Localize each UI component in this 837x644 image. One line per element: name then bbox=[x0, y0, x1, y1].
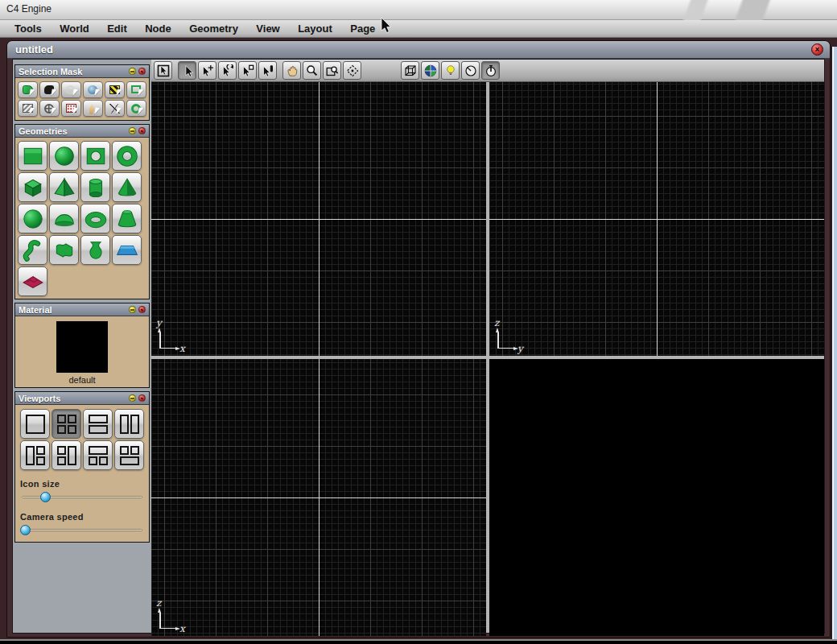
menu-geometry[interactable]: Geometry bbox=[182, 20, 245, 37]
mask-trigger-button[interactable] bbox=[105, 81, 125, 98]
window-titlebar[interactable]: untitled × bbox=[7, 41, 830, 59]
layout-single-button[interactable] bbox=[20, 409, 50, 439]
rotate-icon bbox=[221, 64, 234, 77]
mask-model-button[interactable] bbox=[39, 81, 60, 98]
mask-effect-button[interactable] bbox=[83, 100, 103, 117]
layout-quad-button[interactable] bbox=[52, 409, 81, 439]
resize-icon bbox=[241, 64, 254, 77]
geometry-tube-button[interactable] bbox=[18, 235, 47, 265]
mask-space-button[interactable] bbox=[83, 81, 103, 98]
menu-edit[interactable]: Edit bbox=[100, 20, 134, 37]
minimize-icon[interactable] bbox=[129, 306, 136, 313]
close-icon[interactable] bbox=[138, 127, 146, 134]
camera-speed-slider[interactable] bbox=[20, 524, 144, 536]
pan-tool-button[interactable] bbox=[282, 61, 301, 80]
geometry-torus-button[interactable] bbox=[80, 204, 110, 233]
select-tool-button[interactable] bbox=[178, 61, 196, 80]
revolution-icon bbox=[84, 238, 108, 262]
layout-split-top-pane-bottom-button[interactable] bbox=[114, 440, 144, 470]
extrusion-icon bbox=[52, 238, 76, 262]
mask-instance-button[interactable] bbox=[105, 100, 125, 117]
menu-view[interactable]: View bbox=[249, 20, 287, 37]
menu-world[interactable]: World bbox=[52, 20, 97, 37]
minimize-icon[interactable] bbox=[129, 394, 136, 402]
layout-pane-top-split-bottom-button[interactable] bbox=[83, 440, 113, 470]
close-icon[interactable] bbox=[138, 394, 146, 402]
viewport-region: y x z y bbox=[151, 60, 824, 633]
move-tool-button[interactable] bbox=[198, 61, 216, 80]
geometry-water-plane-button[interactable] bbox=[112, 235, 142, 265]
close-icon[interactable] bbox=[138, 68, 146, 75]
close-icon[interactable] bbox=[138, 306, 146, 313]
material-name: default bbox=[15, 375, 149, 385]
rotate-tool-button[interactable] bbox=[218, 61, 237, 80]
geometries-titlebar[interactable]: Geometries bbox=[15, 125, 149, 138]
menu-layout[interactable]: Layout bbox=[291, 20, 340, 37]
icon-size-label: Icon size bbox=[20, 479, 144, 489]
geometry-extrusion-button[interactable] bbox=[49, 235, 79, 265]
cursor-icon bbox=[94, 89, 100, 97]
viewport-bottom-left[interactable]: z x bbox=[151, 359, 486, 636]
icon-size-thumb[interactable] bbox=[40, 492, 51, 502]
hand-icon bbox=[286, 64, 299, 77]
geometry-hole-plate-button[interactable] bbox=[80, 141, 110, 171]
geometry-annulus-button[interactable] bbox=[112, 141, 142, 171]
frame-all-icon bbox=[346, 64, 359, 77]
layout-split-left-pane-right-button[interactable] bbox=[52, 440, 81, 470]
layout-two-columns-button[interactable] bbox=[114, 409, 144, 439]
geometry-sphere-button[interactable] bbox=[18, 204, 47, 233]
mask-emitter-button[interactable] bbox=[61, 100, 81, 117]
geometry-truncated-cone-button[interactable] bbox=[112, 204, 142, 233]
scale-tool-button[interactable] bbox=[258, 61, 277, 80]
minimize-icon[interactable] bbox=[129, 127, 136, 134]
geometry-dome-button[interactable] bbox=[49, 204, 79, 233]
camera-speed-thumb[interactable] bbox=[20, 525, 31, 535]
geometry-revolution-button[interactable] bbox=[80, 235, 110, 265]
frame-all-tool-button[interactable] bbox=[343, 61, 361, 80]
viewport-top-left[interactable]: y x bbox=[151, 82, 486, 356]
selection-mask-panel: Selection Mask bbox=[14, 64, 150, 121]
geometry-plate-button[interactable] bbox=[18, 141, 47, 171]
titlebar-gloss bbox=[499, 0, 837, 20]
backface-view-button[interactable] bbox=[461, 61, 480, 80]
cylinder-icon bbox=[84, 175, 108, 200]
menu-tools[interactable]: Tools bbox=[7, 20, 49, 37]
geometry-terrain-plane-button[interactable] bbox=[18, 266, 47, 296]
wireframe-view-button[interactable] bbox=[401, 61, 419, 80]
material-titlebar[interactable]: Material bbox=[15, 303, 149, 316]
mask-portal-button[interactable] bbox=[126, 100, 146, 117]
camera-speed-track[interactable] bbox=[22, 529, 142, 531]
zoom-tool-button[interactable] bbox=[303, 61, 321, 80]
viewports-titlebar[interactable]: Viewports bbox=[15, 392, 149, 405]
window-close-icon[interactable]: × bbox=[811, 43, 823, 56]
menu-page[interactable]: Page bbox=[343, 20, 382, 37]
wireframe-cube-icon bbox=[404, 64, 417, 77]
box-select-tool-button[interactable] bbox=[154, 61, 172, 80]
geometry-cone-button[interactable] bbox=[112, 172, 142, 202]
geometry-disk-button[interactable] bbox=[49, 141, 79, 171]
layout-two-rows-button[interactable] bbox=[83, 409, 113, 439]
os-titlebar[interactable]: C4 Engine bbox=[0, 0, 837, 20]
zoom-box-tool-button[interactable] bbox=[323, 61, 341, 80]
mask-camera-button[interactable] bbox=[39, 100, 60, 117]
selection-mask-titlebar[interactable]: Selection Mask bbox=[15, 65, 149, 78]
magnifier-icon bbox=[306, 64, 319, 77]
mask-zone-button[interactable] bbox=[18, 100, 38, 117]
layout-pane-left-split-right-button[interactable] bbox=[20, 440, 50, 470]
gauge-view-button[interactable] bbox=[481, 61, 500, 80]
geometry-cylinder-button[interactable] bbox=[80, 172, 110, 202]
resize-tool-button[interactable] bbox=[238, 61, 257, 80]
mask-marker-button[interactable] bbox=[126, 81, 146, 98]
mask-geometry-button[interactable] bbox=[18, 81, 38, 98]
viewport-bottom-right[interactable] bbox=[489, 359, 824, 636]
menu-node[interactable]: Node bbox=[138, 20, 179, 37]
mask-light-button[interactable] bbox=[61, 81, 81, 98]
viewport-top-right[interactable]: z y bbox=[489, 82, 824, 356]
geometry-pyramid-button[interactable] bbox=[49, 172, 79, 202]
icon-size-slider[interactable] bbox=[20, 491, 144, 503]
world-axes-button[interactable] bbox=[421, 61, 439, 80]
lighting-button[interactable] bbox=[441, 61, 460, 80]
minimize-icon[interactable] bbox=[129, 68, 136, 75]
material-preview[interactable] bbox=[56, 321, 108, 373]
geometry-box-button[interactable] bbox=[18, 172, 47, 202]
